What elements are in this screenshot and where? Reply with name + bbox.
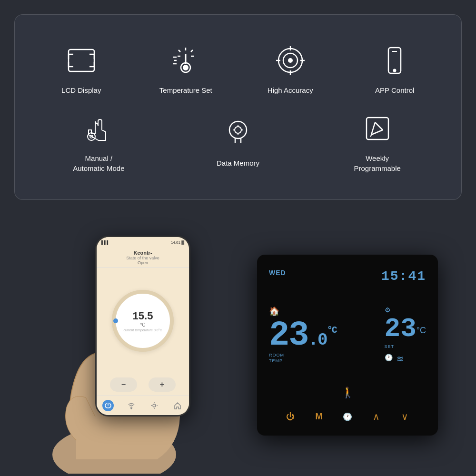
thermostat-display: WED 15:41 🏠 23.0°C ROOMTEMP ⚙ xyxy=(267,264,428,404)
nav-home-icon[interactable] xyxy=(172,400,183,411)
manual-auto-icon xyxy=(79,109,118,148)
svg-point-14 xyxy=(288,59,292,62)
temperature-set-icon xyxy=(167,41,205,79)
phone-screen: ▌▌▌ 14:01 ▓ Kcontr- State of the valve O… xyxy=(97,237,189,415)
nav-wifi-icon[interactable] xyxy=(126,400,137,411)
features-row-1: LCD Display Tem xyxy=(29,41,447,95)
thermostat-main-row: 🏠 23.0°C ROOMTEMP ⚙ 23°C SET 🕐 xyxy=(269,286,426,384)
minus-button[interactable]: − xyxy=(110,377,137,392)
thermostat-day: WED xyxy=(269,269,286,277)
dial-unit: °C xyxy=(140,322,145,327)
current-temp-celsius: °C xyxy=(327,325,337,336)
thermostat-walk-row: 🚶 xyxy=(269,387,426,399)
feature-data-memory: Data Memory xyxy=(200,114,276,168)
lcd-display-icon xyxy=(62,41,100,79)
thermostat-top-row: WED 15:41 xyxy=(269,269,426,284)
thermostat-clock-icon: 🕐 xyxy=(385,354,393,364)
thermostat-heat-icon: ≋ xyxy=(397,354,404,364)
phone-container: ▌▌▌ 14:01 ▓ Kcontr- State of the valve O… xyxy=(38,226,219,464)
svg-point-46 xyxy=(153,404,156,407)
thermostat-walk-icon: 🚶 xyxy=(341,387,354,399)
room-temp-label: ROOMTEMP xyxy=(269,353,284,364)
feature-app-control: APP Control xyxy=(357,41,433,95)
set-temp-celsius: °C xyxy=(416,326,426,335)
signal-icon: ▌▌▌ xyxy=(101,240,109,245)
feature-temperature-set: Temperature Set xyxy=(148,41,224,95)
feature-high-accuracy: High Accuracy xyxy=(252,41,328,95)
therm-up-button[interactable]: ∧ xyxy=(369,409,383,424)
lcd-display-label: LCD Display xyxy=(61,85,101,95)
current-temp-decimal: .0 xyxy=(308,330,327,350)
therm-power-button[interactable]: ⏻ xyxy=(283,409,298,424)
phone-dial-area: 15.5 °C current temperature 0.0°C xyxy=(97,268,189,374)
high-accuracy-icon xyxy=(271,41,309,79)
svg-line-3 xyxy=(178,50,180,52)
current-temp-value: 23 xyxy=(269,316,308,355)
bottom-section: ▌▌▌ 14:01 ▓ Kcontr- State of the valve O… xyxy=(0,214,476,476)
thermostat-current-temp: 23.0°C xyxy=(269,316,337,355)
svg-point-24 xyxy=(229,121,247,139)
thermostat-home-icon: 🏠 xyxy=(269,306,279,317)
valve-status: Open xyxy=(97,260,189,265)
data-memory-icon xyxy=(219,114,257,152)
data-memory-label: Data Memory xyxy=(217,158,259,168)
svg-line-2 xyxy=(191,50,193,52)
app-control-label: APP Control xyxy=(375,85,414,95)
nav-power-icon[interactable] xyxy=(102,400,114,411)
manual-auto-label: Manual /Automatic Mode xyxy=(73,153,124,173)
thermostat-buttons: ⏻ M 🕐 ∧ ∨ xyxy=(267,404,428,426)
features-panel: LCD Display Tem xyxy=(14,14,462,200)
thermostat-time: 15:41 xyxy=(381,269,426,284)
thermostat-status-icons: 🕐 ≋ xyxy=(385,354,404,364)
feature-lcd-display: LCD Display xyxy=(43,41,119,95)
battery-icon: 14:01 ▓ xyxy=(171,240,184,245)
svg-point-7 xyxy=(183,65,188,70)
svg-point-45 xyxy=(131,408,132,409)
svg-point-21 xyxy=(394,69,396,71)
therm-timer-button[interactable]: 🕐 xyxy=(340,409,355,424)
valve-label: State of the valve xyxy=(97,256,189,260)
phone-mockup: ▌▌▌ 14:01 ▓ Kcontr- State of the valve O… xyxy=(95,236,190,416)
temperature-set-label: Temperature Set xyxy=(159,85,212,95)
thermostat-current-temp-group: 23.0°C xyxy=(269,318,337,353)
svg-line-34 xyxy=(375,122,383,130)
app-control-icon xyxy=(376,41,414,79)
app-title: Kcontr- xyxy=(97,250,189,256)
svg-rect-32 xyxy=(367,118,388,139)
plus-button[interactable]: + xyxy=(149,377,176,392)
feature-weekly-prog: WeeklyProgrammable xyxy=(339,109,416,173)
high-accuracy-label: High Accuracy xyxy=(268,85,313,95)
thermostat-set-temp-group: 23°C xyxy=(385,314,426,344)
thermostat-gear-icon: ⚙ xyxy=(385,306,391,314)
phone-header: Kcontr- State of the valve Open xyxy=(97,248,189,268)
weekly-prog-label: WeeklyProgrammable xyxy=(354,153,400,173)
feature-manual-auto: Manual /Automatic Mode xyxy=(60,109,137,173)
set-label: SET xyxy=(385,344,395,349)
thermostat-left: 🏠 23.0°C ROOMTEMP xyxy=(269,306,337,364)
phone-bottom-nav xyxy=(97,396,189,415)
therm-down-button[interactable]: ∨ xyxy=(397,409,412,424)
svg-point-25 xyxy=(235,127,241,133)
phone-status-bar: ▌▌▌ 14:01 ▓ xyxy=(97,237,189,248)
dial-inner: 15.5 °C current temperature 0.0°C xyxy=(116,294,170,348)
features-row-2: Manual /Automatic Mode Dat xyxy=(29,109,447,173)
dial-subtitle: current temperature 0.0°C xyxy=(123,328,162,332)
thermostat-right: ⚙ 23°C SET 🕐 ≋ xyxy=(385,306,426,364)
thermostat-device: WED 15:41 🏠 23.0°C ROOMTEMP ⚙ xyxy=(257,255,438,436)
weekly-prog-icon xyxy=(358,109,397,148)
temperature-dial: 15.5 °C current temperature 0.0°C xyxy=(112,290,174,352)
svg-rect-0 xyxy=(69,50,94,71)
therm-mode-button[interactable]: M xyxy=(312,409,326,424)
nav-settings-icon[interactable] xyxy=(149,400,160,411)
dial-temperature: 15.5 xyxy=(133,310,153,322)
set-temp-value: 23 xyxy=(385,314,416,344)
phone-controls[interactable]: − + xyxy=(97,374,189,396)
